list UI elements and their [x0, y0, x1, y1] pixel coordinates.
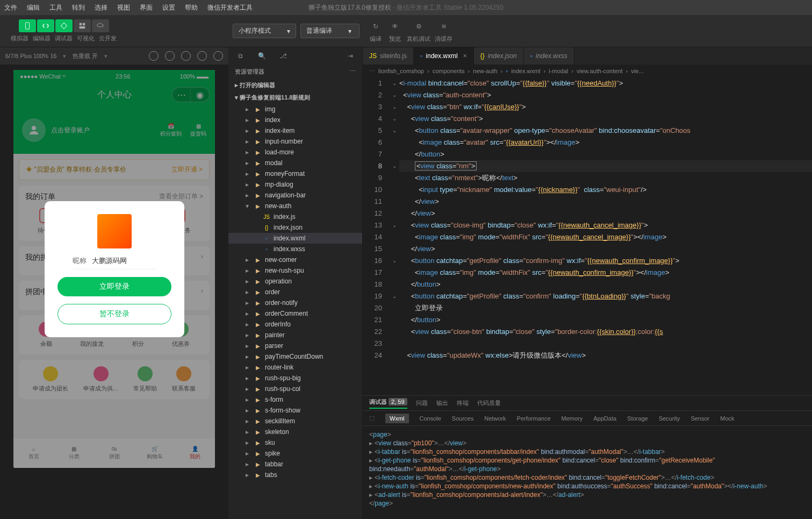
- tree-item-orderComment[interactable]: ▸▶orderComment: [228, 308, 362, 319]
- compile-button[interactable]: ↻: [368, 19, 383, 34]
- dbg-tab-terminal[interactable]: 终端: [457, 399, 469, 407]
- tree-item-tabbar[interactable]: ▸▶tabbar: [228, 459, 362, 470]
- tree-item-index[interactable]: ▸▶index: [228, 115, 362, 125]
- subtab-performance[interactable]: Performance: [517, 415, 551, 422]
- preview-button[interactable]: 👁: [387, 19, 403, 34]
- tree-item-new-comer[interactable]: ▸▶new-comer: [228, 254, 362, 265]
- wxml-tree[interactable]: <page> ▸<view class="pb100">…</view> ▸<i…: [363, 426, 812, 519]
- tree-item-sku[interactable]: ▸▶sku: [228, 437, 362, 448]
- subtab-storage[interactable]: Storage: [627, 415, 648, 422]
- dbg-tab-quality[interactable]: 代码质量: [477, 399, 501, 407]
- subtab-sources[interactable]: Sources: [452, 415, 473, 422]
- mode-dropdown[interactable]: 小程序模式▾: [233, 24, 296, 38]
- menu-goto[interactable]: 转到: [72, 3, 85, 12]
- tree-item-load-more[interactable]: ▸▶load-more: [228, 147, 362, 158]
- subtab-wxml[interactable]: Wxml: [385, 414, 409, 423]
- sim-action-1[interactable]: [149, 51, 159, 61]
- visual-toggle[interactable]: [74, 19, 91, 32]
- tree-item-new-auth[interactable]: ▾▶new-auth: [228, 201, 362, 211]
- opened-editors-section[interactable]: ▸ 打开的编辑器: [228, 79, 362, 91]
- menu-edit[interactable]: 编辑: [27, 3, 40, 12]
- code-editor[interactable]: 123456789101112131415161718192021222324 …: [363, 77, 812, 395]
- menu-file[interactable]: 文件: [4, 3, 17, 12]
- tree-item-s-form-show[interactable]: ▸▶s-form-show: [228, 405, 362, 416]
- inspect-icon[interactable]: ⬚: [369, 415, 375, 422]
- tree-item-index.wxml[interactable]: ▫index.wxml: [228, 233, 362, 244]
- sim-action-5[interactable]: [213, 51, 223, 61]
- auth-modal-mask[interactable]: 昵称 立即登录 暂不登录: [13, 70, 215, 468]
- dbg-tab-problems[interactable]: 问题: [416, 399, 428, 407]
- tree-item-parser[interactable]: ▸▶parser: [228, 340, 362, 351]
- tree-item-input-number[interactable]: ▸▶input-number: [228, 136, 362, 147]
- breadcrumb[interactable]: ⋯ lionfish_comshop › components › new-au…: [363, 65, 812, 77]
- tree-item-rush-spu-big[interactable]: ▸▶rush-spu-big: [228, 373, 362, 383]
- sim-action-3[interactable]: [181, 51, 191, 61]
- dbg-tab-output[interactable]: 输出: [436, 399, 448, 407]
- subtab-mock[interactable]: Mock: [720, 415, 734, 422]
- subtab-memory[interactable]: Memory: [562, 415, 583, 422]
- tree-item-painter[interactable]: ▸▶painter: [228, 330, 362, 340]
- skip-login-button[interactable]: 暂不登录: [58, 304, 171, 324]
- root-section[interactable]: ▾ 狮子鱼修复前端11.8新规则: [228, 91, 362, 104]
- device-selector[interactable]: 6/7/8 Plus 100% 16: [5, 53, 56, 59]
- editor-tab-index.wxss[interactable]: ▫index.wxss: [524, 47, 574, 65]
- simulator-toggle[interactable]: [19, 19, 36, 32]
- tree-item-order[interactable]: ▸▶order: [228, 287, 362, 297]
- tree-item-new-rush-spu[interactable]: ▸▶new-rush-spu: [228, 265, 362, 276]
- tree-item-s-form[interactable]: ▸▶s-form: [228, 394, 362, 405]
- tree-item-index-item[interactable]: ▸▶index-item: [228, 125, 362, 136]
- subtab-sensor[interactable]: Sensor: [691, 415, 709, 422]
- tree-item-index.json[interactable]: {}index.json: [228, 222, 362, 233]
- menu-devtools[interactable]: 微信开发者工具: [207, 3, 253, 12]
- tree-item-router-link[interactable]: ▸▶router-link: [228, 362, 362, 373]
- menu-view[interactable]: 视图: [117, 3, 130, 12]
- search-icon[interactable]: 🔍: [254, 48, 269, 63]
- tree-item-moneyFormat[interactable]: ▸▶moneyFormat: [228, 168, 362, 179]
- close-icon[interactable]: ×: [463, 52, 467, 60]
- panel-toggle-icon[interactable]: ⇥: [343, 48, 358, 63]
- tree-item-mp-dialog[interactable]: ▸▶mp-dialog: [228, 179, 362, 190]
- menu-interface[interactable]: 界面: [140, 3, 153, 12]
- tree-item-operation[interactable]: ▸▶operation: [228, 276, 362, 287]
- cloud-toggle[interactable]: [92, 19, 109, 32]
- tree-item-order-notify[interactable]: ▸▶order-notify: [228, 297, 362, 308]
- clear-cache-button[interactable]: ≋: [436, 19, 451, 34]
- branch-icon[interactable]: ⎇: [276, 48, 291, 63]
- remote-debug-button[interactable]: ⚙: [411, 19, 426, 34]
- subtab-appdata[interactable]: AppData: [593, 415, 616, 422]
- sim-action-4[interactable]: [197, 51, 207, 61]
- tree-item-spike[interactable]: ▸▶spike: [228, 448, 362, 459]
- tree-item-index.js[interactable]: JSindex.js: [228, 211, 362, 222]
- tree-item-payTimeCountDown[interactable]: ▸▶payTimeCountDown: [228, 351, 362, 362]
- dbg-tab-debugger[interactable]: 调试器 2, 59: [369, 398, 407, 409]
- editor-tab-siteinfo.js[interactable]: JSsiteinfo.js: [363, 47, 414, 65]
- tree-item-navigation-bar[interactable]: ▸▶navigation-bar: [228, 190, 362, 201]
- menu-settings[interactable]: 设置: [162, 3, 175, 12]
- debugger-toggle[interactable]: [55, 19, 73, 32]
- compile-dropdown[interactable]: 普通编译▾: [300, 24, 360, 38]
- tree-item-modal[interactable]: ▸▶modal: [228, 158, 362, 168]
- nickname-input[interactable]: [92, 257, 156, 265]
- tree-item-skeleton[interactable]: ▸▶skeleton: [228, 426, 362, 437]
- tree-item-orderInfo[interactable]: ▸▶orderInfo: [228, 319, 362, 330]
- tree-item-img[interactable]: ▸▶img: [228, 104, 362, 115]
- menu-help[interactable]: 帮助: [185, 3, 198, 12]
- editor-tab-index.wxml[interactable]: ▫index.wxml×: [414, 47, 474, 65]
- login-button[interactable]: 立即登录: [58, 277, 171, 296]
- tree-item-tabs[interactable]: ▸▶tabs: [228, 470, 362, 480]
- editor-tab-index.json[interactable]: {}index.json: [474, 47, 524, 65]
- menu-select[interactable]: 选择: [95, 3, 107, 12]
- menu-tools[interactable]: 工具: [49, 3, 62, 12]
- files-icon[interactable]: ⧉: [233, 48, 248, 63]
- tree-item-rush-spu-col[interactable]: ▸▶rush-spu-col: [228, 383, 362, 394]
- subtab-security[interactable]: Security: [659, 415, 680, 422]
- editor-toggle[interactable]: [37, 19, 54, 32]
- subtab-network[interactable]: Network: [484, 415, 506, 422]
- more-icon[interactable]: ⋯: [369, 68, 375, 75]
- sim-action-2[interactable]: [165, 51, 175, 61]
- modal-avatar[interactable]: [97, 214, 132, 248]
- subtab-console[interactable]: Console: [420, 415, 441, 422]
- more-icon[interactable]: ⋯: [350, 68, 356, 76]
- hot-reload-toggle[interactable]: 热重载 开: [73, 52, 98, 60]
- tree-item-index.wxss[interactable]: ▫index.wxss: [228, 244, 362, 254]
